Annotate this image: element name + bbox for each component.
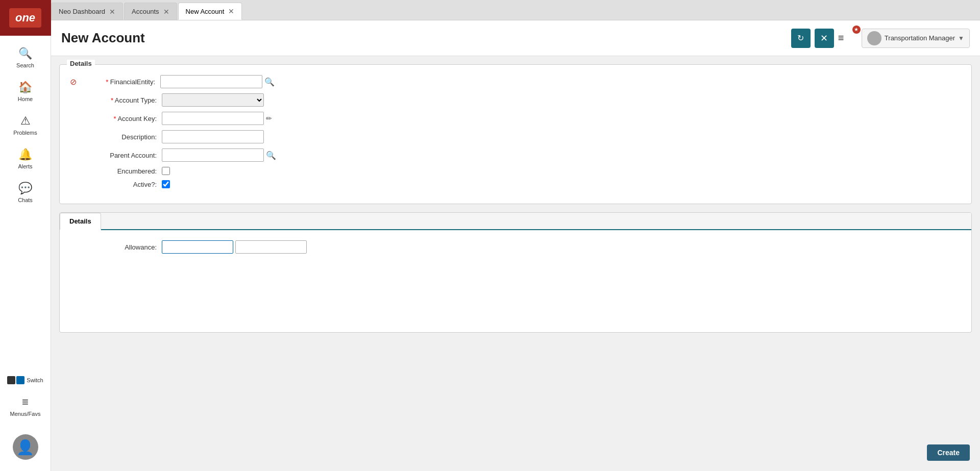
sidebar-label-problems: Problems bbox=[13, 130, 37, 136]
inner-tab-bar: Details bbox=[60, 213, 971, 230]
tab-label-neo-dashboard: Neo Dashboard bbox=[59, 8, 105, 15]
switch-box-2 bbox=[16, 376, 24, 384]
form-row-financial-entity: ⊘ * FinancialEntity: 🔍 bbox=[70, 75, 961, 88]
close-icon: ✕ bbox=[820, 33, 828, 44]
input-description[interactable] bbox=[162, 130, 264, 143]
page-title: New Account bbox=[61, 30, 791, 46]
checkbox-active[interactable] bbox=[162, 180, 170, 188]
sidebar-item-home[interactable]: 🏠 Home bbox=[0, 75, 51, 108]
required-star-2: * bbox=[111, 96, 113, 104]
refresh-button[interactable]: ↻ bbox=[791, 29, 811, 48]
header-bar: New Account ↻ ✕ ≡ ★ Transportation Manag… bbox=[51, 20, 980, 56]
sidebar: one 🔍 Search 🏠 Home ⚠ Problems 🔔 Alerts … bbox=[0, 0, 51, 471]
label-description: Description: bbox=[80, 133, 162, 141]
form-row-active: Active?: bbox=[70, 180, 961, 188]
star-badge-icon: ★ bbox=[852, 26, 861, 34]
main-content: Neo Dashboard ✕ Accounts ✕ New Account ✕… bbox=[51, 0, 980, 471]
input-account-key[interactable] bbox=[162, 112, 264, 125]
tab-new-account[interactable]: New Account ✕ bbox=[178, 3, 242, 20]
content-area: Details ⊘ * FinancialEntity: 🔍 * Account… bbox=[51, 56, 980, 471]
inner-tab-details[interactable]: Details bbox=[60, 213, 101, 230]
tab-close-accounts[interactable]: ✕ bbox=[163, 8, 169, 15]
sidebar-label-home: Home bbox=[18, 96, 33, 102]
label-account-type: * Account Type: bbox=[80, 96, 162, 104]
tab-neo-dashboard[interactable]: Neo Dashboard ✕ bbox=[51, 3, 123, 20]
label-active: Active?: bbox=[80, 181, 162, 188]
form-row-encumbered: Encumbered: bbox=[70, 167, 961, 175]
tab-label-new-account: New Account bbox=[186, 8, 225, 15]
inner-tabs-section: Details Allowance: bbox=[59, 212, 972, 333]
refresh-icon: ↻ bbox=[797, 33, 804, 43]
home-icon: 🏠 bbox=[18, 81, 32, 94]
warning-icon: ⚠ bbox=[20, 114, 31, 128]
sidebar-label-chats: Chats bbox=[18, 197, 33, 203]
label-account-key: * Account Key: bbox=[80, 115, 162, 122]
dropdown-arrow-icon: ▼ bbox=[958, 35, 964, 42]
tab-label-accounts: Accounts bbox=[132, 8, 159, 15]
sidebar-item-switch[interactable]: Switch bbox=[0, 371, 51, 389]
edit-account-key-button[interactable]: ✏ bbox=[266, 114, 272, 122]
tab-accounts[interactable]: Accounts ✕ bbox=[124, 3, 177, 20]
menu-lines-icon: ≡ bbox=[22, 395, 29, 409]
app-logo[interactable]: one bbox=[0, 0, 51, 36]
create-button[interactable]: Create bbox=[927, 444, 970, 461]
sidebar-label-switch: Switch bbox=[27, 377, 43, 383]
select-account-type[interactable] bbox=[162, 93, 264, 107]
sidebar-item-menus-favs[interactable]: ≡ Menus/Favs bbox=[0, 389, 51, 423]
tab-bar: Neo Dashboard ✕ Accounts ✕ New Account ✕ bbox=[51, 0, 980, 20]
sidebar-label-menus-favs: Menus/Favs bbox=[10, 411, 41, 417]
details-form-section: Details ⊘ * FinancialEntity: 🔍 * Account… bbox=[59, 64, 972, 204]
error-icon-financial-entity: ⊘ bbox=[70, 77, 77, 87]
input-allowance-2[interactable] bbox=[235, 240, 307, 254]
switch-icon bbox=[7, 376, 24, 384]
label-financial-entity: * FinancialEntity: bbox=[79, 78, 160, 86]
menu-button[interactable]: ≡ ★ bbox=[838, 29, 857, 48]
header-actions: ↻ ✕ ≡ ★ Transportation Manager ▼ bbox=[791, 29, 970, 48]
allowance-inputs bbox=[162, 240, 307, 254]
sidebar-item-user-avatar[interactable]: 👤 bbox=[0, 423, 51, 471]
sidebar-label-search: Search bbox=[16, 62, 34, 68]
switch-box-1 bbox=[7, 376, 15, 384]
form-row-description: Description: bbox=[70, 130, 961, 143]
tab-close-neo-dashboard[interactable]: ✕ bbox=[109, 8, 115, 15]
sidebar-item-problems[interactable]: ⚠ Problems bbox=[0, 108, 51, 142]
user-name-label: Transportation Manager bbox=[885, 34, 955, 42]
checkbox-encumbered[interactable] bbox=[162, 167, 170, 175]
input-parent-account[interactable] bbox=[162, 148, 264, 162]
tab-close-new-account[interactable]: ✕ bbox=[228, 8, 234, 15]
required-star-3: * bbox=[113, 115, 116, 122]
form-row-account-key: * Account Key: ✏ bbox=[70, 112, 961, 125]
label-parent-account: Parent Account: bbox=[80, 152, 162, 159]
user-avatar-icon: 👤 bbox=[16, 439, 34, 456]
label-allowance: Allowance: bbox=[80, 243, 162, 251]
required-star: * bbox=[106, 78, 108, 86]
label-encumbered: Encumbered: bbox=[80, 167, 162, 175]
inner-tab-details-label: Details bbox=[69, 217, 91, 225]
sidebar-item-chats[interactable]: 💬 Chats bbox=[0, 176, 51, 209]
user-avatar-small bbox=[867, 31, 881, 45]
input-allowance-1[interactable] bbox=[162, 240, 233, 254]
search-icon: 🔍 bbox=[18, 47, 32, 60]
search-parent-account-button[interactable]: 🔍 bbox=[266, 151, 276, 160]
section-legend: Details bbox=[67, 60, 95, 67]
form-row-allowance: Allowance: bbox=[70, 240, 961, 254]
chat-icon: 💬 bbox=[18, 182, 32, 195]
sidebar-item-search[interactable]: 🔍 Search bbox=[0, 41, 51, 75]
logo-text: one bbox=[9, 8, 41, 28]
user-dropdown[interactable]: Transportation Manager ▼ bbox=[862, 29, 970, 48]
input-financial-entity[interactable] bbox=[160, 75, 262, 88]
bell-icon: 🔔 bbox=[18, 148, 32, 161]
menu-lines-icon: ≡ bbox=[838, 32, 844, 44]
close-button[interactable]: ✕ bbox=[815, 29, 834, 48]
tab-content-details: Allowance: bbox=[60, 230, 971, 332]
sidebar-bottom: Switch ≡ Menus/Favs 👤 bbox=[0, 371, 51, 471]
sidebar-item-alerts[interactable]: 🔔 Alerts bbox=[0, 142, 51, 176]
form-row-account-type: * Account Type: bbox=[70, 93, 961, 107]
search-financial-entity-button[interactable]: 🔍 bbox=[264, 77, 275, 87]
form-row-parent-account: Parent Account: 🔍 bbox=[70, 148, 961, 162]
avatar: 👤 bbox=[13, 434, 38, 460]
sidebar-label-alerts: Alerts bbox=[18, 163, 32, 169]
